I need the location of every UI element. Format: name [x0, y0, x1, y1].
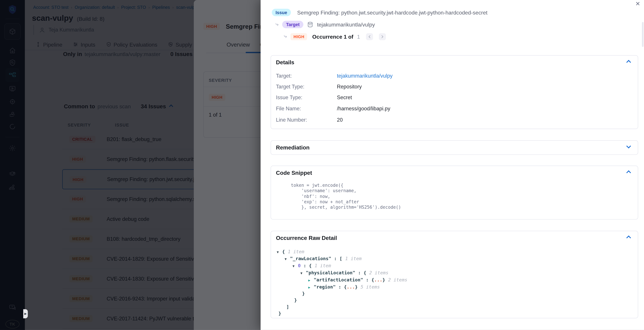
issue-badge: Issue: [272, 9, 291, 16]
json-tree-node: }: [302, 291, 407, 297]
detail-value: 20: [337, 117, 343, 123]
tree-expanded-icon: ▼: [285, 256, 290, 263]
sidebar-expand-handle[interactable]: ▶: [23, 309, 28, 318]
close-icon[interactable]: ✕: [634, 0, 641, 7]
tree-collapsed-icon: ▶: [308, 277, 314, 284]
detail-label: Issue Type:: [276, 95, 337, 100]
json-tree: ▼{1 item ▼"_rawLocations" : [1 item ▼0 :…: [277, 249, 407, 317]
chevron-up-icon: [626, 170, 631, 175]
remediation-card: Remediation: [270, 140, 638, 155]
chevron-left-icon: [368, 35, 372, 38]
app-root: ? TK ▶ Account: STO test›Organization: d…: [0, 0, 644, 330]
code-snippet-card-header[interactable]: Code Snippet: [271, 166, 638, 176]
detail-label: Line Number:: [276, 117, 337, 123]
json-tree-node[interactable]: ▼"physicalLocation" : {2 items: [300, 270, 407, 277]
json-tree-node[interactable]: ▶"artifactLocation" : {...}2 items: [308, 277, 407, 284]
tree-expanded-icon: ▼: [277, 249, 282, 256]
chevron-right-icon: [380, 35, 383, 38]
detail-value: Secret: [337, 95, 352, 100]
screenshot-viewport: ? TK ▶ Account: STO test›Organization: d…: [0, 0, 644, 330]
occurrence-detail-drawer: ✕ Issue Semgrep Finding: python.jwt.secu…: [260, 0, 644, 330]
json-tree-node[interactable]: ▼0 : {1 item: [292, 263, 407, 270]
json-tree-node: }: [278, 310, 407, 317]
raw-detail-card-header[interactable]: Occurrence Raw Detail: [271, 231, 638, 241]
target-link[interactable]: tejakummarikuntla/vulpy: [337, 73, 393, 79]
prev-occurrence-button[interactable]: [366, 33, 373, 40]
json-tree-node[interactable]: ▼{1 item: [277, 249, 407, 256]
code-snippet-card: Code Snippet token = jwt.encode({ 'usern…: [270, 166, 638, 220]
repository-icon: [307, 22, 314, 28]
detail-label: Target Type:: [276, 84, 337, 90]
code-snippet: token = jwt.encode({ 'username': usernam…: [291, 182, 401, 210]
drawer-scrollbar[interactable]: [642, 22, 644, 47]
detail-label: Target:: [276, 73, 337, 79]
target-name: tejakummarikuntla/vulpy: [317, 22, 375, 28]
tree-collapsed-icon: ▶: [308, 284, 314, 291]
raw-detail-card: Occurrence Raw Detail ▼{1 item ▼"_rawLoc…: [270, 231, 638, 318]
tree-expanded-icon: ▼: [300, 270, 306, 277]
detail-label: File Name:: [276, 106, 337, 112]
json-tree-node[interactable]: ▶"region" : {...}5 items: [308, 284, 407, 291]
occurrence-counter-label: Occurrence 1 of: [312, 34, 353, 40]
next-occurrence-button[interactable]: [379, 33, 386, 40]
remediation-card-header[interactable]: Remediation: [271, 141, 638, 151]
details-card-header[interactable]: Details: [271, 56, 638, 66]
severity-badge: HIGH: [291, 33, 307, 40]
details-card: Details Target:tejakummarikuntla/vulpy T…: [270, 55, 638, 129]
chevron-up-icon: [626, 236, 631, 240]
json-tree-node[interactable]: ▼"_rawLocations" : [1 item: [285, 256, 407, 263]
branch-arrow-icon: ⤷: [276, 21, 278, 26]
occurrence-title: Semgrep Finding: python.jwt.security.jwt…: [297, 9, 488, 16]
detail-value: Repository: [337, 84, 362, 90]
chevron-down-icon: [626, 144, 631, 148]
branch-arrow-icon: ⤷: [284, 33, 287, 39]
occurrence-total: 1: [357, 34, 360, 40]
json-tree-node: ]: [286, 304, 407, 310]
chevron-up-icon: [626, 60, 631, 64]
detail-value: /harness/good/libapi.py: [337, 106, 390, 112]
json-tree-node: }: [294, 297, 407, 304]
tree-expanded-icon: ▼: [292, 263, 298, 270]
target-badge: Target: [282, 21, 304, 28]
